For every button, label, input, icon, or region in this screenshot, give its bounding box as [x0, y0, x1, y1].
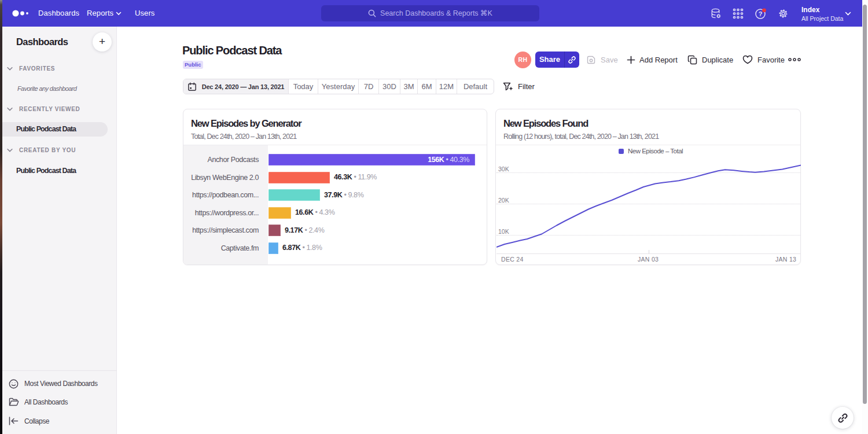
- svg-text:?: ?: [759, 10, 763, 17]
